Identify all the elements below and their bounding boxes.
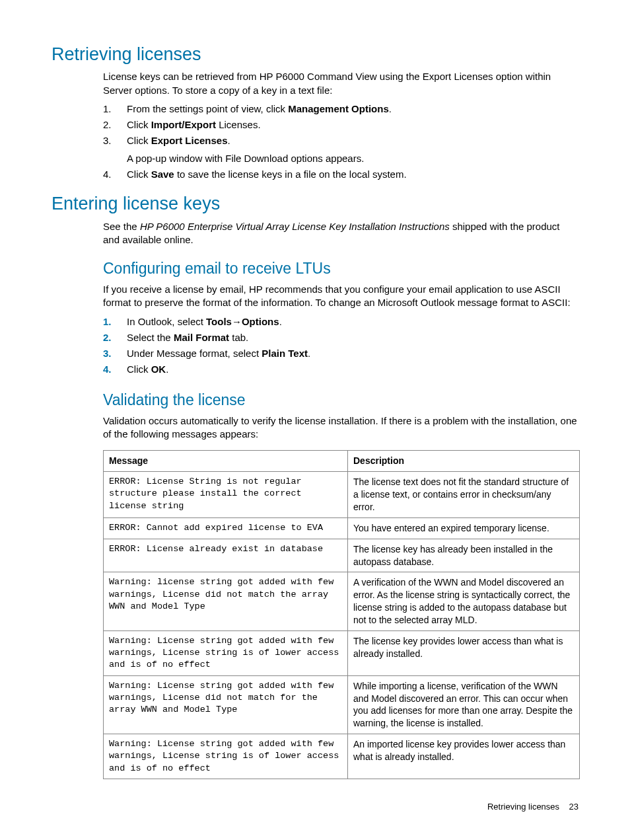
page-footer: Retrieving licenses 23 (0, 801, 630, 813)
table-cell-message: ERROR: Cannot add expired license to EVA (104, 517, 348, 539)
list-item: Click Save to save the license keys in a… (103, 167, 578, 182)
table-cell-message: Warning: License string got added with f… (104, 631, 348, 676)
table-cell-message: Warning: License string got added with f… (104, 675, 348, 734)
configuring-intro: If you receive a license by email, HP re… (103, 283, 578, 310)
table-cell-description: The license key has already been install… (348, 539, 580, 572)
list-item: Under Message format, select Plain Text. (103, 346, 578, 362)
retrieving-steps-list: From the settings point of view, click M… (103, 101, 578, 182)
heading-entering-license-keys: Entering license keys (52, 192, 578, 215)
table-cell-message: ERROR: License String is not regular str… (104, 472, 348, 518)
list-item: Select the Mail Format tab. (103, 330, 578, 346)
table-cell-message: Warning: License string got added with f… (104, 734, 348, 779)
list-item: Click Export Licenses.A pop-up window wi… (103, 133, 578, 167)
validation-messages-table: Message Description ERROR: License Strin… (103, 450, 580, 779)
table-cell-description: The license key provides lower access th… (348, 631, 580, 676)
table-cell-description: An imported license key provides lower a… (348, 734, 580, 779)
list-item: From the settings point of view, click M… (103, 101, 578, 117)
table-row: Warning: License string got added with f… (104, 734, 580, 779)
table-header-message: Message (104, 451, 348, 472)
heading-retrieving-licenses: Retrieving licenses (52, 42, 578, 66)
table-row: ERROR: License already exist in database… (104, 539, 580, 572)
table-row: ERROR: Cannot add expired license to EVA… (104, 517, 580, 539)
table-header-description: Description (348, 451, 580, 472)
table-row: Warning: License string got added with f… (104, 631, 580, 676)
table-cell-description: A verification of the WWN and Model disc… (348, 572, 580, 631)
table-cell-description: The license text does not fit the standa… (348, 472, 580, 518)
table-cell-message: ERROR: License already exist in database (104, 539, 348, 572)
table-row: ERROR: License String is not regular str… (104, 472, 580, 518)
retrieving-intro: License keys can be retrieved from HP P6… (103, 70, 578, 97)
configuring-steps-list: In Outlook, select Tools→Options. Select… (103, 314, 578, 378)
table-row: Warning: License string got added with f… (104, 675, 580, 734)
table-cell-description: You have entered an expired temporary li… (348, 517, 580, 539)
list-item: Click OK. (103, 362, 578, 377)
validating-intro: Validation occurs automatically to verif… (103, 414, 578, 441)
list-item: In Outlook, select Tools→Options. (103, 314, 578, 330)
table-row: Warning: license string got added with f… (104, 572, 580, 631)
table-cell-description: While importing a license, verification … (348, 675, 580, 734)
heading-configuring-email: Configuring email to receive LTUs (103, 258, 578, 279)
list-item: Click Import/Export Licenses. (103, 117, 578, 133)
heading-validating-license: Validating the license (103, 390, 578, 410)
entering-text: See the HP P6000 Enterprise Virtual Arra… (103, 220, 578, 247)
footer-section: Retrieving licenses (487, 802, 559, 812)
table-cell-message: Warning: license string got added with f… (104, 572, 348, 631)
footer-page-number: 23 (569, 802, 578, 812)
